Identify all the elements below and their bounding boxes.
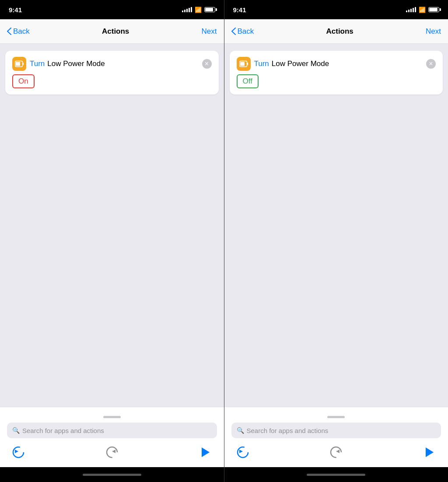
play-icon-right — [426, 447, 434, 457]
undo-icon-left — [12, 446, 24, 458]
back-button-left[interactable]: Back — [7, 27, 30, 36]
app-icon-left — [12, 57, 26, 71]
mode-label-right: Low Power Mode — [272, 59, 329, 68]
home-bar-left — [83, 474, 141, 476]
action-row-right: Turn Low Power Mode — [237, 57, 436, 71]
chevron-left-icon-right — [231, 28, 236, 35]
next-button-left[interactable]: Next — [202, 27, 217, 36]
search-bar-right[interactable]: 🔍 Search for apps and actions — [231, 423, 441, 438]
svg-point-12 — [331, 447, 341, 458]
toolbar-right — [231, 438, 441, 464]
action-row-left: Turn Low Power Mode — [12, 57, 212, 71]
screen-right: Back Actions Next Turn Low — [224, 19, 448, 467]
toggle-button-left[interactable]: On — [12, 74, 35, 88]
wifi-icon-left: 📶 — [195, 7, 202, 13]
search-placeholder-left: Search for apps and actions — [22, 427, 104, 434]
bottom-area-left: 🔍 Search for apps and actions — [0, 407, 224, 467]
svg-point-3 — [13, 447, 24, 458]
svg-rect-2 — [16, 62, 20, 66]
search-bar-left[interactable]: 🔍 Search for apps and actions — [7, 423, 217, 438]
nav-bar-left: Back Actions Next — [0, 19, 224, 44]
redo-icon-right — [330, 446, 342, 458]
play-button-left[interactable] — [196, 443, 215, 462]
undo-button-left[interactable] — [9, 443, 28, 462]
screen-left: Back Actions Next Turn Low — [0, 19, 224, 467]
status-icons-left: 📶 — [182, 7, 215, 13]
search-icon-right: 🔍 — [237, 427, 244, 434]
dismiss-button-right[interactable] — [426, 59, 436, 69]
nav-bar-right: Back Actions Next — [224, 19, 448, 44]
home-indicator-right — [224, 467, 448, 482]
svg-rect-8 — [247, 63, 248, 65]
nav-title-right: Actions — [326, 27, 353, 36]
action-text-right: Turn Low Power Mode — [254, 59, 423, 68]
toggle-button-right[interactable]: Off — [237, 74, 259, 88]
signal-icon-right — [406, 7, 416, 12]
signal-icon-left — [182, 7, 192, 12]
svg-marker-6 — [112, 450, 116, 453]
actions-area-left: Turn Low Power Mode On — [0, 44, 224, 407]
undo-icon-right — [237, 446, 249, 458]
toolbar-left — [7, 438, 217, 464]
svg-point-10 — [238, 447, 248, 458]
battery-icon-left — [204, 7, 215, 12]
app-icon-right — [237, 57, 251, 71]
chevron-left-icon-left — [7, 28, 11, 35]
phone-right: 9:41 📶 Back Actions Next — [224, 0, 448, 482]
battery-app-icon-left — [15, 59, 24, 68]
search-icon-left: 🔍 — [12, 427, 20, 434]
status-bar-left: 9:41 📶 — [0, 0, 224, 19]
bottom-area-right: 🔍 Search for apps and actions — [224, 407, 448, 467]
next-button-right[interactable]: Next — [426, 27, 441, 36]
action-card-right: Turn Low Power Mode Off — [230, 51, 443, 94]
svg-marker-11 — [239, 450, 243, 453]
play-icon-left — [202, 447, 210, 457]
redo-button-right[interactable] — [326, 443, 346, 462]
search-placeholder-right: Search for apps and actions — [247, 427, 329, 434]
svg-rect-9 — [240, 62, 245, 66]
toggle-row-right: Off — [237, 74, 436, 88]
mode-label-left: Low Power Mode — [47, 59, 105, 68]
action-card-left: Turn Low Power Mode On — [5, 51, 219, 94]
turn-label-right: Turn — [254, 59, 269, 68]
dismiss-button-left[interactable] — [202, 59, 212, 69]
svg-marker-13 — [336, 450, 340, 453]
redo-button-left[interactable] — [102, 443, 122, 462]
svg-point-5 — [107, 447, 117, 458]
home-bar-right — [307, 474, 365, 476]
wifi-icon-right: 📶 — [419, 7, 426, 13]
nav-title-left: Actions — [102, 27, 129, 36]
home-indicator-left — [0, 467, 224, 482]
back-button-right[interactable]: Back — [231, 27, 254, 36]
status-bar-right: 9:41 📶 — [224, 0, 448, 19]
toggle-row-left: On — [12, 74, 212, 88]
battery-app-icon-right — [239, 59, 248, 68]
play-button-right[interactable] — [420, 443, 439, 462]
status-icons-right: 📶 — [406, 7, 439, 13]
svg-marker-4 — [15, 450, 18, 453]
time-left: 9:41 — [9, 6, 182, 14]
redo-icon-left — [106, 446, 118, 458]
battery-icon-right — [428, 7, 439, 12]
action-text-left: Turn Low Power Mode — [30, 59, 199, 68]
time-right: 9:41 — [233, 6, 406, 14]
svg-rect-1 — [23, 63, 24, 65]
actions-area-right: Turn Low Power Mode Off — [224, 44, 448, 407]
undo-button-right[interactable] — [233, 443, 252, 462]
phone-left: 9:41 📶 Back Actions Next — [0, 0, 224, 482]
turn-label-left: Turn — [30, 59, 45, 68]
